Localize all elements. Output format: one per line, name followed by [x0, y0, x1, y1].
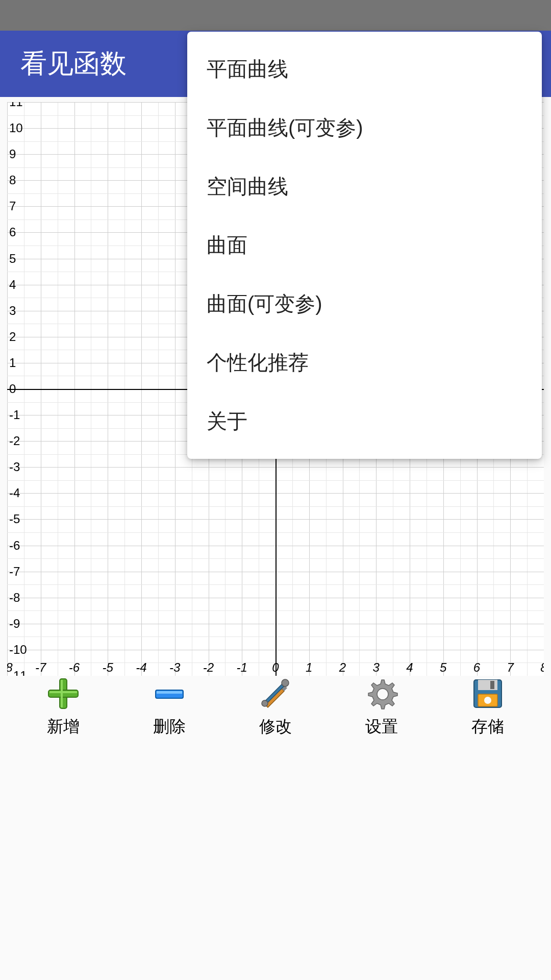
- svg-point-7: [262, 700, 268, 706]
- menu-item-surface-param[interactable]: 曲面(可变参): [187, 275, 542, 333]
- page-title: 看见函数: [20, 46, 127, 82]
- add-label: 新增: [47, 716, 80, 738]
- y-tick-label: 4: [9, 278, 16, 292]
- x-tick-label: -4: [136, 660, 146, 675]
- svg-rect-5: [157, 691, 182, 694]
- x-tick-label: 4: [406, 660, 413, 675]
- x-tick-label: 7: [507, 660, 514, 675]
- y-tick-label: 8: [9, 173, 16, 187]
- menu-item-recommend[interactable]: 个性化推荐: [187, 333, 542, 392]
- add-button[interactable]: 新增: [25, 676, 102, 738]
- y-tick-label: -8: [9, 591, 20, 605]
- minus-icon: [152, 676, 187, 712]
- status-bar: [0, 0, 551, 31]
- svg-rect-11: [490, 681, 494, 689]
- y-tick-label: -10: [9, 643, 27, 657]
- floppy-icon: [470, 676, 506, 712]
- delete-button[interactable]: 删除: [131, 676, 208, 738]
- menu-item-plane-curve-param[interactable]: 平面曲线(可变参): [187, 99, 542, 157]
- y-tick-label: 0: [9, 382, 16, 396]
- x-tick-label: -8: [7, 660, 13, 675]
- y-tick-label: 3: [9, 304, 16, 318]
- settings-label: 设置: [365, 716, 398, 738]
- y-tick-label: 10: [9, 121, 23, 135]
- save-button[interactable]: 存储: [449, 676, 526, 738]
- menu-item-space-curve[interactable]: 空间曲线: [187, 157, 542, 216]
- y-tick-label: 1: [9, 356, 16, 370]
- x-tick-label: 8: [540, 660, 544, 675]
- y-tick-label: -1: [9, 408, 20, 422]
- save-label: 存储: [471, 716, 504, 738]
- svg-rect-10: [478, 680, 497, 690]
- y-tick-label: -5: [9, 512, 20, 526]
- svg-point-8: [377, 689, 388, 700]
- x-tick-label: -5: [103, 660, 113, 675]
- y-tick-label: 7: [9, 199, 16, 213]
- tools-icon: [258, 676, 293, 712]
- menu-item-plane-curve[interactable]: 平面曲线: [187, 40, 542, 99]
- x-tick-label: 1: [306, 660, 312, 675]
- plus-icon: [45, 676, 81, 712]
- bottom-toolbar: 新增 删除 修改: [0, 674, 551, 740]
- y-tick-label: 5: [9, 252, 16, 266]
- edit-label: 修改: [259, 716, 292, 738]
- y-tick-label: -7: [9, 565, 20, 579]
- svg-rect-3: [49, 691, 77, 693]
- gear-icon: [364, 676, 399, 712]
- y-tick-label: 2: [9, 330, 16, 344]
- y-tick-label: -6: [9, 538, 20, 553]
- x-tick-label: -7: [35, 660, 46, 675]
- y-tick-label: -2: [9, 434, 20, 448]
- y-tick-label: 6: [9, 225, 16, 239]
- x-tick-label: -2: [203, 660, 214, 675]
- x-tick-label: -1: [237, 660, 247, 675]
- y-tick-label: 9: [9, 147, 16, 161]
- x-tick-label: -6: [69, 660, 80, 675]
- x-tick-label: 0: [272, 660, 279, 675]
- y-tick-label: -9: [9, 617, 20, 631]
- y-tick-label: -4: [9, 486, 20, 500]
- x-tick-label: 5: [440, 660, 446, 675]
- svg-rect-2: [61, 680, 63, 707]
- delete-label: 删除: [153, 716, 186, 738]
- y-tick-label: 11: [9, 102, 23, 109]
- settings-button[interactable]: 设置: [343, 676, 420, 738]
- dropdown-menu: 平面曲线 平面曲线(可变参) 空间曲线 曲面 曲面(可变参) 个性化推荐 关于: [187, 32, 542, 459]
- x-tick-label: 6: [473, 660, 480, 675]
- blank-area: [0, 745, 551, 980]
- x-tick-label: 3: [373, 660, 380, 675]
- menu-item-about[interactable]: 关于: [187, 392, 542, 451]
- svg-point-13: [484, 697, 491, 704]
- x-tick-label: 2: [339, 660, 346, 675]
- y-tick-label: -3: [9, 460, 20, 474]
- svg-point-6: [282, 679, 289, 687]
- x-tick-label: -3: [169, 660, 180, 675]
- edit-button[interactable]: 修改: [237, 676, 314, 738]
- menu-item-surface[interactable]: 曲面: [187, 216, 542, 275]
